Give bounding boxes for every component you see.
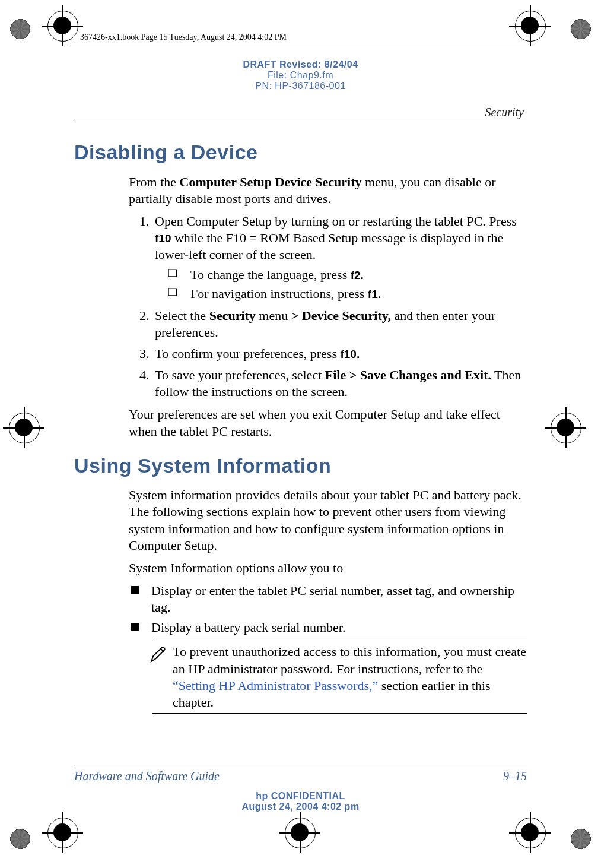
section-body: From the Computer Setup Device Security … xyxy=(129,174,527,440)
section-body: System information provides details abou… xyxy=(129,487,527,636)
cross-reference-link[interactable]: “Setting HP Administrator Passwords,” xyxy=(173,678,378,693)
text: menu xyxy=(256,308,291,323)
registration-mark-icon xyxy=(567,825,595,853)
list-item: Display or enter the tablet PC serial nu… xyxy=(129,582,527,616)
sub-list: To change the language, press f2. For na… xyxy=(168,267,527,302)
crosshair-mark-icon xyxy=(47,818,89,859)
key-label: f2. xyxy=(351,269,364,281)
text: For navigation instructions, press xyxy=(190,286,368,301)
list-item: Select the Security menu > Device Securi… xyxy=(139,308,527,341)
outro-paragraph: Your preferences are set when you exit C… xyxy=(129,406,527,439)
horizontal-rule xyxy=(68,45,533,45)
text: Open Computer Setup by turning on or res… xyxy=(155,214,517,229)
text: To change the language, press xyxy=(190,267,351,282)
list-item: To confirm your preferences, press f10. xyxy=(139,346,527,362)
note-icon xyxy=(149,644,173,667)
draft-line: DRAFT Revised: 8/24/04 xyxy=(0,59,601,70)
draft-line: PN: HP-367186-001 xyxy=(0,81,601,91)
list-item: Open Computer Setup by turning on or res… xyxy=(139,213,527,303)
note-text: To prevent unauthorized access to this i… xyxy=(173,644,527,711)
page-number: 9–15 xyxy=(503,769,527,783)
confidential-line: hp CONFIDENTIAL xyxy=(0,791,601,802)
numbered-list: Open Computer Setup by turning on or res… xyxy=(129,213,527,401)
registration-mark-icon xyxy=(6,15,34,43)
horizontal-rule xyxy=(74,765,527,765)
text-bold: > Device Security, xyxy=(291,308,391,323)
section-heading: Using System Information xyxy=(74,453,527,479)
paragraph: System Information options allow you to xyxy=(129,560,527,576)
footer-title: Hardware and Software Guide xyxy=(74,769,220,783)
section-heading: Disabling a Device xyxy=(74,140,527,166)
list-item: Display a battery pack serial number. xyxy=(129,619,527,636)
book-info-line: 367426-xx1.book Page 15 Tuesday, August … xyxy=(80,33,287,42)
text-bold: Computer Setup Device Security xyxy=(180,175,362,189)
text: To prevent unauthorized access to this i… xyxy=(173,644,526,676)
key-label: f10 xyxy=(155,232,171,245)
crosshair-mark-icon xyxy=(515,11,557,52)
paragraph: System information provides details abou… xyxy=(129,487,527,554)
list-item: To change the language, press f2. xyxy=(168,267,527,283)
horizontal-rule xyxy=(74,119,527,119)
note-block: To prevent unauthorized access to this i… xyxy=(129,641,527,714)
crosshair-mark-icon xyxy=(285,818,326,859)
registration-mark-icon xyxy=(6,825,34,853)
bullet-list: Display or enter the tablet PC serial nu… xyxy=(129,582,527,636)
crosshair-mark-icon xyxy=(9,413,50,454)
text: while the F10 = ROM Based Setup message … xyxy=(155,230,503,262)
text-bold: File > Save Changes and Exit. xyxy=(325,368,491,382)
confidential-stamp: hp CONFIDENTIAL August 24, 2004 4:02 pm xyxy=(0,791,601,812)
running-header: Security xyxy=(485,106,524,119)
crosshair-mark-icon xyxy=(515,818,557,859)
draft-line: File: Chap9.fm xyxy=(0,70,601,81)
document-page: 367426-xx1.book Page 15 Tuesday, August … xyxy=(0,0,601,868)
intro-paragraph: From the Computer Setup Device Security … xyxy=(129,174,527,207)
registration-mark-icon xyxy=(567,15,595,43)
list-item: For navigation instructions, press f1. xyxy=(168,286,527,302)
text: To confirm your preferences, press xyxy=(155,346,340,361)
text: From the xyxy=(129,175,180,189)
horizontal-rule xyxy=(152,713,527,714)
key-label: f10. xyxy=(340,348,360,360)
text: Select the xyxy=(155,308,209,323)
key-label: f1. xyxy=(368,288,381,300)
list-item: To save your preferences, select File > … xyxy=(139,367,527,400)
confidential-line: August 24, 2004 4:02 pm xyxy=(0,802,601,812)
draft-stamp: DRAFT Revised: 8/24/04 File: Chap9.fm PN… xyxy=(0,59,601,91)
text-bold: Security xyxy=(209,308,256,323)
text: To save your preferences, select xyxy=(155,368,325,382)
crosshair-mark-icon xyxy=(551,413,592,454)
page-content: Disabling a Device From the Computer Set… xyxy=(74,140,527,714)
crosshair-mark-icon xyxy=(47,11,89,52)
